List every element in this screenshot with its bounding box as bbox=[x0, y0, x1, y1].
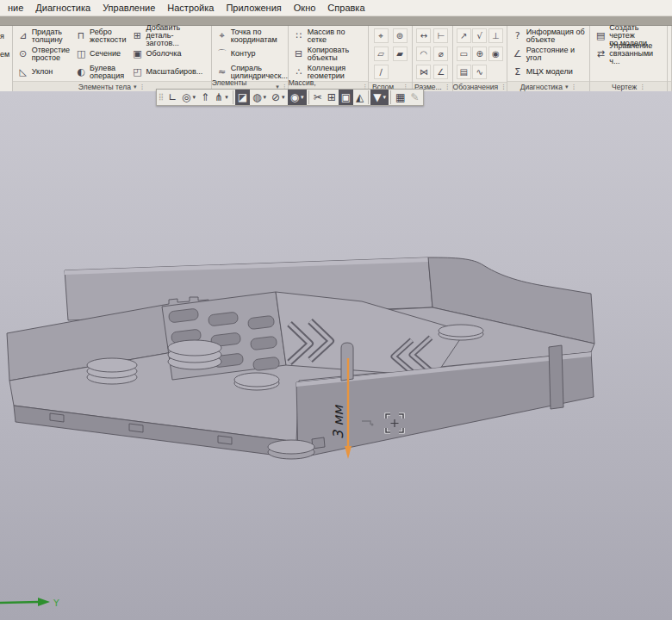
orientation-icon[interactable]: ⋔▾ bbox=[212, 90, 231, 105]
menu-item-settings[interactable]: Настройка bbox=[161, 1, 220, 15]
dimension-linear-icon[interactable]: ↔ bbox=[416, 28, 431, 43]
chevron-down-icon[interactable]: ▾ bbox=[264, 94, 267, 101]
isolate-icon[interactable]: ▣ bbox=[339, 90, 353, 105]
thicken-button[interactable]: ⊿ Придать толщину bbox=[15, 28, 72, 45]
note-icon[interactable]: ▤ bbox=[457, 65, 471, 79]
dimension-diameter-icon[interactable]: ⌀ bbox=[433, 46, 448, 61]
chevron-down-icon[interactable]: ▾ bbox=[225, 94, 228, 101]
parameters-table-icon[interactable]: ▦ bbox=[393, 90, 408, 105]
menu-item-management[interactable]: Управление bbox=[96, 1, 161, 15]
scale-button[interactable]: ◰ Масштабиров... bbox=[128, 64, 208, 81]
filter-icon[interactable]: ▼▾ bbox=[370, 90, 389, 105]
move-icon[interactable]: ⇑ bbox=[198, 90, 212, 105]
ribbon-filler bbox=[668, 26, 672, 91]
axis-icon[interactable]: ∕ bbox=[374, 65, 389, 79]
hide-objects-icon[interactable]: ⊘▾ bbox=[269, 90, 288, 105]
dimension-angular-icon[interactable]: ∠ bbox=[433, 65, 448, 79]
roughness-icon[interactable]: √ bbox=[472, 28, 487, 43]
button-label: Массив по сетке bbox=[308, 28, 364, 44]
zoom-icon[interactable]: ◎▾ bbox=[179, 90, 198, 105]
glyph: ✂ bbox=[314, 91, 322, 103]
button-label: Отверстие простое bbox=[32, 46, 70, 62]
button-label: Уклон bbox=[32, 68, 53, 76]
datum-icon[interactable]: ⊥ bbox=[488, 28, 503, 43]
menu-item-diagnostics[interactable]: Диагностика bbox=[29, 1, 96, 15]
chevron-down-icon[interactable]: ▾ bbox=[565, 84, 569, 90]
ribbon-group-drawing: ▤ Создать чертеж по модели ⇄ Управление … bbox=[590, 26, 668, 91]
menu-item-help[interactable]: Справка bbox=[321, 1, 370, 15]
group-label-diagnostics[interactable]: Диагностика ▾ ⋮ bbox=[507, 81, 590, 91]
glyph: ◍ bbox=[252, 91, 261, 103]
distance-angle-button[interactable]: ∠ Расстояние и угол bbox=[509, 46, 588, 63]
ribbon-group-body-elements: ⊿ Придать толщину ⊙ Отверстие простое ◺ … bbox=[13, 26, 212, 91]
glyph: ✎ bbox=[410, 91, 419, 103]
group-label-designations[interactable]: Обозначения ⋮ bbox=[453, 82, 507, 91]
section-line-icon[interactable]: ∿ bbox=[472, 65, 487, 79]
toolbar-drag-handle[interactable]: ⣿ bbox=[159, 90, 165, 105]
wireframe-mode-icon[interactable]: ◍▾ bbox=[250, 90, 269, 105]
grid-array-icon: ∷ bbox=[293, 30, 305, 42]
glyph: ◭ bbox=[356, 91, 364, 103]
edit-icon: ✎ bbox=[408, 90, 421, 105]
dimension-auto-icon[interactable]: ⊢ bbox=[433, 28, 448, 43]
group-label-drawing[interactable]: Чертеж ⋮ bbox=[590, 81, 667, 91]
ribbon-group-designations: ↗ ▭ ▤ √ ⊕ ∿ ⊥ ◉ Обозначения ⋮ bbox=[453, 26, 507, 91]
workspace-icon[interactable]: ⊞ bbox=[325, 90, 339, 105]
center-mark-icon[interactable]: ⊕ bbox=[472, 46, 487, 61]
glyph: ▼ bbox=[373, 91, 381, 103]
button-label: Добавить деталь-заготов... bbox=[146, 24, 206, 47]
separator bbox=[368, 90, 369, 104]
chevron-down-icon[interactable]: ▾ bbox=[301, 94, 304, 101]
manage-linked-button[interactable]: ⇄ Управление связанными ч... bbox=[592, 46, 665, 63]
position-icon[interactable]: ◉ bbox=[488, 46, 503, 61]
tolerance-frame-icon[interactable]: ▭ bbox=[457, 46, 471, 61]
copy-objects-button[interactable]: ⊟ Копировать объекты bbox=[290, 46, 367, 63]
glyph: ∟ bbox=[168, 91, 177, 103]
chevron-down-icon[interactable]: ▾ bbox=[193, 94, 196, 101]
menu-item-clipped[interactable]: ние bbox=[2, 1, 29, 15]
object-info-button[interactable]: ? Информация об объекте bbox=[509, 28, 588, 45]
model-canvas: 3 мм Y bbox=[0, 91, 672, 620]
show-objects-icon[interactable]: ◉▾ bbox=[288, 90, 307, 105]
plane-icon[interactable]: ▱ bbox=[374, 46, 389, 61]
control-point-icon[interactable]: ⊚ bbox=[393, 28, 408, 43]
menu-item-window[interactable]: Окно bbox=[288, 1, 322, 15]
contour-button[interactable]: ⌒ Контур bbox=[214, 46, 290, 63]
title-band bbox=[0, 16, 672, 26]
origin-icon[interactable]: ∟ bbox=[165, 90, 179, 105]
pin-icon[interactable]: ⋮ bbox=[501, 84, 507, 90]
section-button[interactable]: ◫ Сечение bbox=[72, 46, 128, 63]
simple-hole-button[interactable]: ⊙ Отверстие простое bbox=[15, 46, 72, 63]
pin-icon[interactable]: ⋮ bbox=[445, 84, 451, 90]
local-cs-icon[interactable]: ⌖ bbox=[374, 28, 389, 43]
grid-array-button[interactable]: ∷ Массив по сетке bbox=[290, 28, 367, 45]
thicken-icon: ⊿ bbox=[17, 30, 29, 42]
chevron-down-icon[interactable]: ▾ bbox=[383, 94, 387, 101]
pin-icon[interactable]: ⋮ bbox=[139, 84, 145, 90]
button-label: Копировать объекты bbox=[308, 46, 349, 62]
chevron-down-icon[interactable]: ▾ bbox=[282, 94, 285, 101]
pin-icon[interactable]: ⋮ bbox=[570, 84, 576, 90]
pin-icon[interactable]: ⋮ bbox=[639, 84, 645, 90]
model-3d[interactable] bbox=[7, 257, 594, 459]
dimension-radial-icon[interactable]: ◠ bbox=[416, 46, 431, 61]
shading-mode-icon[interactable]: ◪ bbox=[235, 90, 250, 105]
mass-properties-button[interactable]: Σ МЦХ модели bbox=[509, 64, 588, 81]
plane-offset-icon[interactable]: ▰ bbox=[393, 46, 408, 61]
rib-button[interactable]: ⊓ Ребро жесткости bbox=[72, 28, 128, 45]
shell-button[interactable]: ▣ Оболочка bbox=[128, 46, 208, 63]
menu-item-applications[interactable]: Приложения bbox=[220, 1, 287, 15]
appearance-icon[interactable]: ◭ bbox=[353, 90, 366, 105]
chevron-down-icon[interactable]: ▾ bbox=[134, 84, 137, 90]
leader-icon[interactable]: ↗ bbox=[457, 28, 471, 43]
object-info-icon: ? bbox=[512, 30, 524, 42]
add-part-button[interactable]: ⊞ Добавить деталь-заготов... bbox=[128, 28, 208, 45]
draft-button[interactable]: ◺ Уклон bbox=[15, 64, 72, 81]
spiral-icon: ≈ bbox=[216, 66, 228, 78]
section-view-icon[interactable]: ✂ bbox=[311, 90, 325, 105]
ribbon-group-dimensions: ↔ ◠ ⋈ ⊢ ⌀ ∠ Разме... ⋮ bbox=[413, 26, 453, 91]
boolean-button[interactable]: ◐ Булева операция bbox=[72, 64, 128, 81]
viewport-3d[interactable]: 3 мм Y bbox=[0, 91, 672, 620]
dimension-chain-icon[interactable]: ⋈ bbox=[416, 65, 431, 79]
point-by-coordinates-button[interactable]: ⌖ Точка по координатам bbox=[214, 28, 290, 45]
